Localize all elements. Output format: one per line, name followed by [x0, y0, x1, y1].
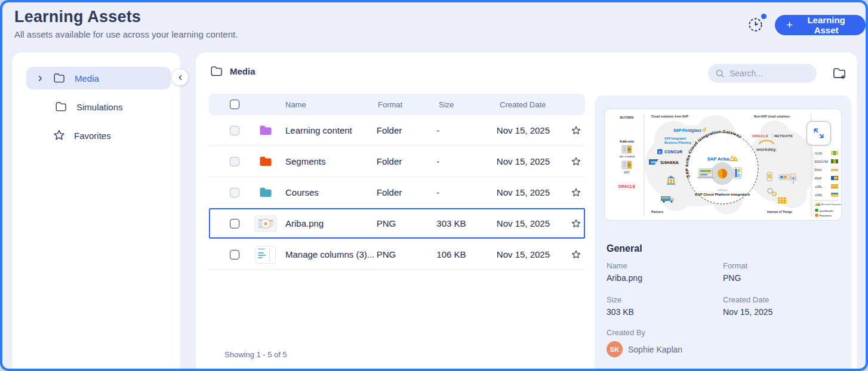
history-button[interactable]: [747, 14, 767, 33]
row-name: Manage columns (3)...: [285, 249, 377, 259]
search-icon: [715, 69, 725, 78]
new-folder-button[interactable]: [831, 65, 848, 82]
protocol-label: xCBL: [815, 185, 822, 188]
sidebar-item-media[interactable]: Media: [26, 67, 171, 89]
details-section-title: General: [607, 243, 642, 254]
protocol-label: PIDX: [815, 168, 822, 172]
protocol-label: GUSI: [815, 152, 822, 155]
svg-text:C: C: [658, 150, 661, 154]
table-row-segments[interactable]: Segments Folder - Nov 15, 2025: [209, 146, 585, 177]
erp-label: ERP: [624, 171, 629, 174]
row-format: Folder: [377, 125, 437, 135]
column-header-name[interactable]: Name: [285, 100, 378, 109]
favorite-star-button[interactable]: [571, 249, 581, 260]
sidebar-collapse-button[interactable]: [172, 69, 188, 85]
table-row-manage-columns[interactable]: Manage columns (3)... PNG 106 KB Nov 15,…: [209, 239, 585, 270]
star-icon: [571, 218, 581, 229]
addons-label: Add-ons: [620, 140, 635, 143]
table-row-ariba-png[interactable]: Ariba.png PNG 303 KB Nov 15, 2025: [209, 208, 585, 239]
table-header-row: Name Format Size Created Date: [209, 94, 585, 115]
row-size: -: [436, 187, 497, 197]
table-row-courses[interactable]: Courses Folder - Nov 15, 2025: [209, 177, 585, 208]
protocol-label: cXML: [815, 193, 823, 197]
scpi-label: SAP Cloud Platform Integration: [695, 192, 750, 196]
created-by-section: Created By SK Sophie Kaplan: [607, 328, 682, 357]
row-checkbox[interactable]: [230, 157, 239, 166]
ibp-logo-line2: Business Planning: [664, 141, 691, 144]
chevron-right-icon[interactable]: [37, 75, 44, 82]
svg-text:ORACLE: ORACLE: [752, 134, 768, 138]
sap-s4hana-logo: SAP S/4HANA: [649, 159, 679, 165]
row-checkbox[interactable]: [230, 250, 239, 259]
history-clock-icon: [747, 17, 764, 33]
column-header-created[interactable]: Created Date: [500, 100, 575, 109]
add-learning-asset-label: Learning Asset: [798, 15, 854, 35]
protocol-label: EANCOM: [815, 160, 828, 163]
star-icon: [53, 129, 66, 142]
created-by-name: Sophie Kaplan: [628, 345, 682, 354]
row-checkbox[interactable]: [230, 219, 239, 228]
row-created: Nov 15, 2025: [497, 125, 571, 135]
row-format: PNG: [377, 249, 437, 259]
field-name: Name Ariba.png: [607, 261, 723, 283]
star-icon: [571, 156, 581, 167]
row-size: -: [436, 125, 497, 135]
folder-plus-icon: [832, 67, 847, 80]
svg-text:workday.: workday.: [756, 147, 777, 152]
table-row-learning-content[interactable]: Learning content Folder - Nov 15, 2025: [209, 115, 585, 146]
row-size: 106 KB: [436, 249, 497, 259]
folder-teal-icon: [258, 186, 273, 199]
cloud-sap-label: Cloud solutions from SAP: [651, 115, 689, 118]
breadcrumb: Media: [210, 66, 256, 77]
column-header-size[interactable]: Size: [439, 100, 500, 109]
search-box[interactable]: [708, 64, 817, 83]
row-name: Courses: [285, 187, 377, 197]
row-created: Nov 15, 2025: [497, 249, 571, 259]
folder-icon: [210, 66, 223, 77]
plus-icon: +: [786, 19, 793, 30]
sidebar-item-label: Favorites: [74, 131, 111, 141]
main-panel: Media Name Format Size Created Da: [196, 52, 857, 371]
svg-text:NETSUITE: NETSUITE: [774, 134, 793, 138]
buyers-label: BUYERS: [620, 116, 634, 119]
favorite-star-button[interactable]: [571, 125, 581, 136]
screenshot-thumbnail: [256, 246, 276, 264]
row-name: Segments: [285, 156, 377, 166]
svg-text:(((o))): (((o))): [790, 172, 797, 175]
sidebar-item-simulations[interactable]: Simulations: [26, 95, 171, 118]
folder-orange-icon: [258, 155, 273, 168]
app-window: Learning Assets All assets available for…: [0, 0, 868, 371]
ibp-logo-line1: SAP Integrated: [664, 137, 686, 140]
page-title: Learning Assets: [14, 8, 141, 26]
oracle-netsuite-logos: ORACLE NETSUITE: [752, 134, 793, 138]
oracle-logo: ORACLE: [618, 184, 636, 188]
row-created: Nov 15, 2025: [497, 156, 571, 166]
svg-text:SAP: SAP: [651, 161, 657, 164]
field-format: Format PNG: [723, 261, 839, 283]
partners-label: Partners: [651, 210, 664, 214]
chevron-left-icon: [177, 75, 183, 81]
row-checkbox[interactable]: [230, 126, 239, 135]
folder-icon: [55, 101, 67, 112]
sidebar-item-favorites[interactable]: Favorites: [26, 124, 171, 147]
svg-text:Microsoft Dynamics: Microsoft Dynamics: [821, 203, 842, 206]
select-all-checkbox[interactable]: [230, 100, 239, 109]
favorite-star-button[interactable]: [571, 187, 581, 198]
favorite-star-button[interactable]: [571, 218, 581, 229]
non-sap-label: Non-SAP cloud solutions: [754, 115, 790, 118]
svg-text:Peachtree: Peachtree: [820, 214, 832, 217]
expand-preview-button[interactable]: [807, 121, 831, 146]
details-fields: Name Ariba.png Format PNG Size 303 KB Cr…: [607, 261, 839, 317]
search-input[interactable]: [730, 69, 807, 78]
created-by-label: Created By: [607, 328, 682, 337]
add-learning-asset-button[interactable]: + Learning Asset: [775, 15, 866, 35]
sap-ariba-logo: SAP Ariba: [707, 156, 730, 162]
row-format: Folder: [377, 187, 437, 197]
asset-preview[interactable]: BUYERS Add-ons SAP S/4HANA ERP ORACLE: [604, 109, 842, 221]
column-header-format[interactable]: Format: [378, 100, 439, 109]
s4hana-small-label: SAP S/4HANA: [619, 155, 635, 158]
star-icon: [571, 125, 581, 136]
favorite-star-button[interactable]: [571, 156, 581, 167]
star-icon: [571, 187, 581, 198]
row-checkbox[interactable]: [230, 188, 239, 197]
